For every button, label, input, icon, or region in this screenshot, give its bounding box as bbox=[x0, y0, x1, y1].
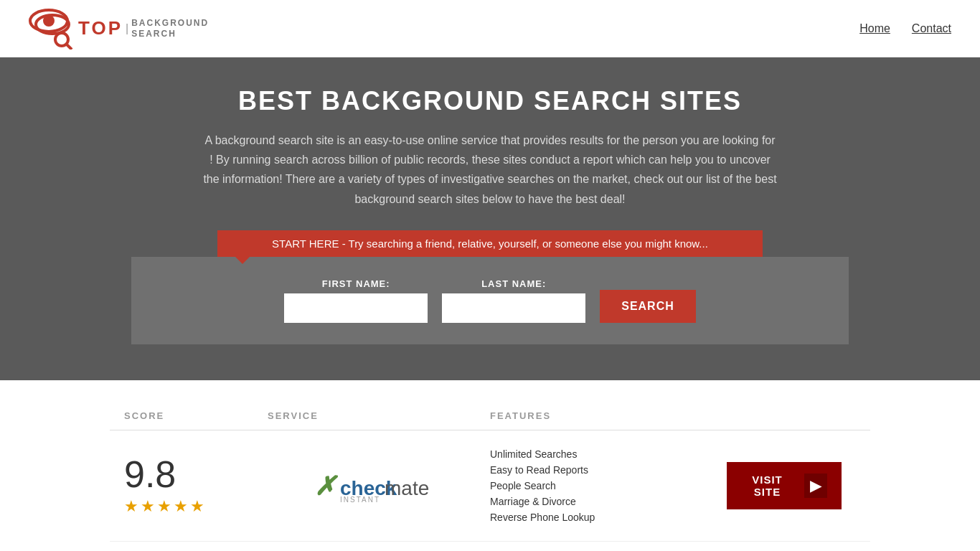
search-banner: START HERE - Try searching a friend, rel… bbox=[217, 230, 763, 257]
arrow-icon-1: ▶ bbox=[804, 474, 827, 498]
logo-top: TOP bbox=[78, 17, 123, 39]
last-name-group: LAST NAME: bbox=[442, 278, 585, 323]
star-1-3: ★ bbox=[157, 497, 171, 516]
col-service: SERVICE bbox=[268, 410, 490, 421]
logo-bg-line2: SEARCH bbox=[131, 29, 209, 39]
logo-icon bbox=[29, 8, 75, 50]
svg-text:INSTANT: INSTANT bbox=[340, 496, 380, 504]
visit-cell-1: VISIT SITE ▶ bbox=[712, 462, 856, 509]
star-1-2: ★ bbox=[141, 497, 155, 516]
visit-button-1[interactable]: VISIT SITE ▶ bbox=[727, 462, 842, 509]
logo-text: TOP | BACKGROUND SEARCH bbox=[78, 17, 209, 39]
first-name-group: FIRST NAME: bbox=[284, 278, 428, 323]
hero-section: BEST BACKGROUND SEARCH SITES A backgroun… bbox=[0, 57, 980, 380]
service-cell-1: ✗ check mate INSTANT bbox=[268, 468, 490, 504]
stars-1: ★ ★ ★ ★ ★ bbox=[124, 497, 204, 516]
results-section: SCORE SERVICE FEATURES 9.8 ★ ★ ★ ★ ★ ✗ c… bbox=[95, 402, 885, 551]
hero-title: BEST BACKGROUND SEARCH SITES bbox=[14, 86, 966, 116]
header: TOP | BACKGROUND SEARCH Home Contact bbox=[0, 0, 980, 57]
feature-1-4: Marriage & Divorce bbox=[490, 496, 712, 507]
checkmate-logo: ✗ check mate INSTANT bbox=[314, 468, 443, 504]
visit-label-1: VISIT SITE bbox=[741, 474, 793, 498]
score-cell-1: 9.8 ★ ★ ★ ★ ★ bbox=[124, 456, 268, 516]
nav-home[interactable]: Home bbox=[859, 22, 890, 35]
star-1-1: ★ bbox=[124, 497, 138, 516]
svg-line-4 bbox=[66, 44, 72, 50]
table-row: 9.4 ★ ★ ★ ★ ★ People Looker Accurate and… bbox=[110, 542, 870, 551]
feature-1-2: Easy to Read Reports bbox=[490, 464, 712, 476]
nav-contact[interactable]: Contact bbox=[912, 22, 951, 35]
feature-1-3: People Search bbox=[490, 480, 712, 491]
feature-1-5: Reverse Phone Lookup bbox=[490, 512, 712, 523]
col-action bbox=[712, 410, 856, 421]
logo-bg-line1: BACKGROUND bbox=[131, 18, 209, 28]
first-name-label: FIRST NAME: bbox=[284, 278, 428, 289]
feature-1-1: Unlimited Searches bbox=[490, 448, 712, 460]
star-1-5: ★ bbox=[190, 497, 204, 516]
table-header: SCORE SERVICE FEATURES bbox=[110, 402, 870, 430]
last-name-label: LAST NAME: bbox=[442, 278, 585, 289]
star-1-4: ★ bbox=[174, 497, 188, 516]
features-cell-1: Unlimited Searches Easy to Read Reports … bbox=[490, 448, 712, 523]
svg-text:mate: mate bbox=[385, 477, 429, 499]
col-features: FEATURES bbox=[490, 410, 712, 421]
table-row: 9.8 ★ ★ ★ ★ ★ ✗ check mate INSTANT bbox=[110, 430, 870, 542]
last-name-input[interactable] bbox=[442, 293, 585, 323]
first-name-input[interactable] bbox=[284, 293, 428, 323]
checkmate-logo-svg: ✗ check mate INSTANT bbox=[314, 468, 443, 504]
hero-description: A background search site is an easy-to-u… bbox=[203, 131, 777, 209]
logo: TOP | BACKGROUND SEARCH bbox=[29, 8, 209, 50]
col-score: SCORE bbox=[124, 410, 268, 421]
search-button[interactable]: SEARCH bbox=[600, 290, 696, 323]
search-form: FIRST NAME: LAST NAME: SEARCH bbox=[131, 257, 849, 344]
nav: Home Contact bbox=[859, 22, 951, 35]
score-number-1: 9.8 bbox=[124, 456, 176, 493]
svg-text:✗: ✗ bbox=[314, 471, 339, 501]
